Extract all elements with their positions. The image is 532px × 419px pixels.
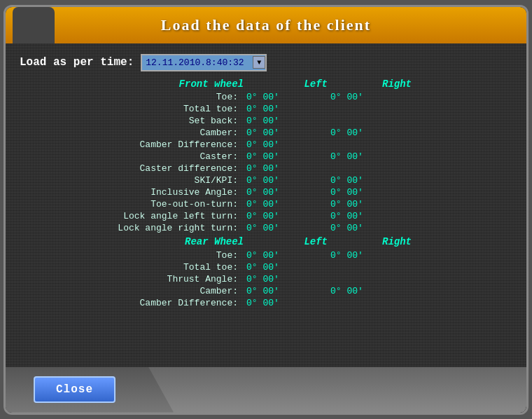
row-value-right: 0° 00′ bbox=[328, 175, 412, 186]
close-button[interactable]: Close bbox=[34, 376, 115, 403]
table-row: Total toe: 0° 00′ bbox=[20, 262, 512, 273]
row-label: Camber Difference: bbox=[20, 139, 244, 150]
table-row: Toe: 0° 00′ 0° 00′ bbox=[20, 250, 512, 261]
table-row: SKI/KPI: 0° 00′ 0° 00′ bbox=[20, 175, 512, 186]
table-row: Inclusive Angle: 0° 00′ 0° 00′ bbox=[20, 187, 512, 198]
table-row: Set back: 0° 00′ bbox=[20, 116, 512, 126]
row-value-left: 0° 00′ bbox=[244, 211, 328, 221]
row-label: Caster difference: bbox=[20, 163, 244, 174]
front-wheel-left-label: Left bbox=[244, 78, 328, 90]
table-row: Camber: 0° 00′ 0° 00′ bbox=[20, 286, 512, 296]
dropdown-arrow-icon[interactable]: ▼ bbox=[253, 56, 265, 69]
row-value-left: 0° 00′ bbox=[244, 187, 328, 198]
date-input-wrapper[interactable]: ▼ bbox=[141, 54, 267, 71]
row-value-left: 0° 00′ bbox=[244, 199, 328, 210]
row-value-right: 0° 00′ bbox=[328, 211, 412, 221]
row-value-left: 0° 00′ bbox=[244, 151, 328, 162]
rear-wheel-left-label: Left bbox=[244, 236, 328, 247]
table-row: Toe: 0° 00′ 0° 00′ bbox=[20, 92, 512, 102]
row-value-right: 0° 00′ bbox=[328, 199, 412, 210]
row-label: Toe-out-on-turn: bbox=[20, 199, 244, 210]
row-label: SKI/KPI: bbox=[20, 175, 244, 186]
table-row: Caster difference: 0° 00′ bbox=[20, 163, 512, 174]
row-value-center: 0° 00′ bbox=[244, 163, 412, 174]
row-value-center: 0° 00′ bbox=[244, 274, 412, 284]
table-row: Caster: 0° 00′ 0° 00′ bbox=[20, 151, 512, 162]
row-label: Set back: bbox=[20, 116, 244, 126]
data-table: Front wheel Left Right Toe: 0° 00′ 0° 00… bbox=[20, 78, 512, 360]
row-value-right: 0° 00′ bbox=[328, 286, 412, 296]
table-row: Lock angle right turn: 0° 00′ 0° 00′ bbox=[20, 223, 512, 233]
row-value-left: 0° 00′ bbox=[244, 223, 328, 233]
row-value-right: 0° 00′ bbox=[328, 92, 412, 102]
table-row: Total toe: 0° 00′ bbox=[20, 104, 512, 114]
row-label: Inclusive Angle: bbox=[20, 187, 244, 198]
title-tab bbox=[13, 7, 55, 43]
row-label: Toe: bbox=[20, 250, 244, 261]
table-row: Lock angle left turn: 0° 00′ 0° 00′ bbox=[20, 211, 512, 221]
content-area: Load as per time: ▼ Front wheel Left Rig… bbox=[6, 43, 526, 367]
bottom-bar: Close bbox=[6, 367, 526, 413]
table-row: Camber Difference: 0° 00′ bbox=[20, 139, 512, 150]
row-value-center: 0° 00′ bbox=[244, 262, 412, 273]
row-label: Lock angle left turn: bbox=[20, 211, 244, 221]
row-label: Caster: bbox=[20, 151, 244, 162]
row-value-right: 0° 00′ bbox=[328, 250, 412, 261]
row-value-center: 0° 00′ bbox=[244, 298, 412, 308]
row-value-center: 0° 00′ bbox=[244, 139, 412, 150]
window-title: Load the data of the client bbox=[161, 16, 371, 34]
date-input[interactable] bbox=[141, 54, 267, 71]
front-wheel-section-label: Front wheel bbox=[20, 78, 244, 90]
front-wheel-right-label: Right bbox=[328, 78, 412, 90]
row-value-center: 0° 00′ bbox=[244, 116, 412, 126]
main-window: Load the data of the client Load as per … bbox=[4, 5, 528, 415]
load-label: Load as per time: bbox=[20, 56, 134, 69]
title-bar: Load the data of the client bbox=[6, 7, 526, 43]
rear-wheel-section-label: Rear Wheel bbox=[20, 236, 244, 247]
front-wheel-header: Front wheel Left Right bbox=[20, 78, 512, 90]
row-label: Lock angle right turn: bbox=[20, 223, 244, 233]
row-value-left: 0° 00′ bbox=[244, 250, 328, 261]
row-value-right: 0° 00′ bbox=[328, 187, 412, 198]
row-label: Camber Difference: bbox=[20, 298, 244, 308]
row-value-left: 0° 00′ bbox=[244, 92, 328, 102]
row-value-center: 0° 00′ bbox=[244, 104, 412, 114]
rear-wheel-header: Rear Wheel Left Right bbox=[20, 236, 512, 247]
row-label: Camber: bbox=[20, 286, 244, 296]
row-label: Thrust Angle: bbox=[20, 274, 244, 284]
row-value-left: 0° 00′ bbox=[244, 128, 328, 138]
row-label: Total toe: bbox=[20, 104, 244, 114]
row-value-right: 0° 00′ bbox=[328, 128, 412, 138]
table-row: Thrust Angle: 0° 00′ bbox=[20, 274, 512, 284]
row-value-left: 0° 00′ bbox=[244, 175, 328, 186]
table-row: Camber Difference: 0° 00′ bbox=[20, 298, 512, 308]
row-label: Toe: bbox=[20, 92, 244, 102]
row-value-right: 0° 00′ bbox=[328, 223, 412, 233]
row-value-right: 0° 00′ bbox=[328, 151, 412, 162]
rear-wheel-right-label: Right bbox=[328, 236, 412, 247]
row-value-left: 0° 00′ bbox=[244, 286, 328, 296]
row-label: Camber: bbox=[20, 128, 244, 138]
table-row: Toe-out-on-turn: 0° 00′ 0° 00′ bbox=[20, 199, 512, 210]
load-section: Load as per time: ▼ bbox=[20, 54, 512, 71]
table-row: Camber: 0° 00′ 0° 00′ bbox=[20, 128, 512, 138]
row-label: Total toe: bbox=[20, 262, 244, 273]
